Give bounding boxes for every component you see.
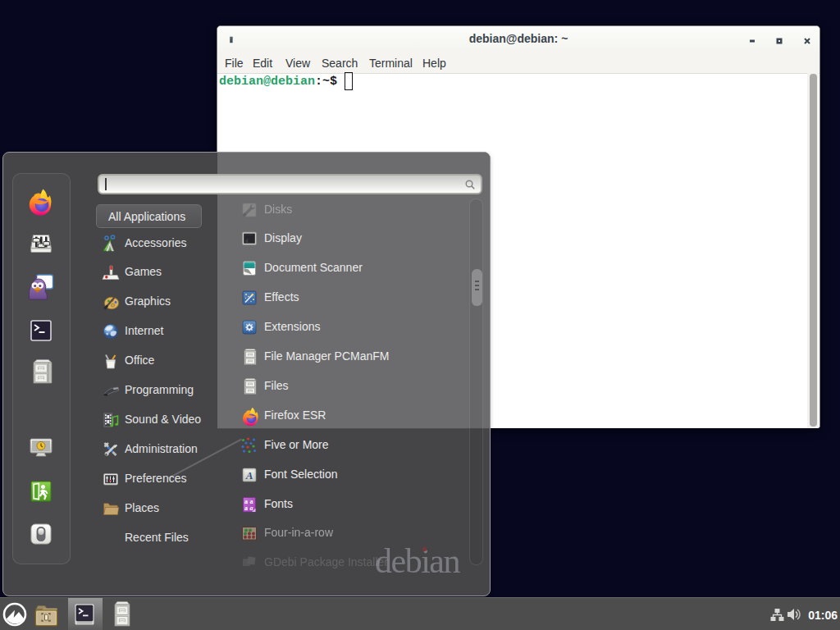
svg-text:a: a [244, 504, 248, 511]
svg-text:a: a [250, 504, 253, 511]
svg-text:A: A [245, 468, 253, 481]
